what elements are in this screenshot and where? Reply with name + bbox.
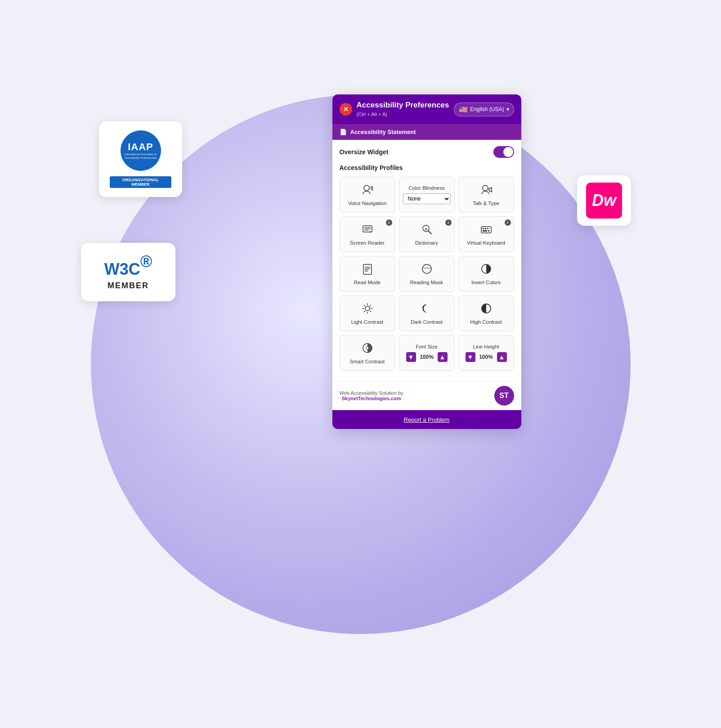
read-mode-label: Read Mode <box>354 280 381 285</box>
font-size-cell: Font Size ▼ 100% ▲ <box>399 335 455 371</box>
oversize-toggle[interactable] <box>493 146 514 158</box>
header-title-block: Accessibility Preferences (Ctrl + Alt + … <box>357 101 449 118</box>
chevron-down-icon: ▾ <box>506 106 509 112</box>
line-height-cell: Line Height ▼ 100% ▲ <box>458 335 514 371</box>
svg-line-29 <box>370 311 371 312</box>
dw-text: Dw <box>592 191 616 210</box>
w3c-registered: ® <box>140 252 152 271</box>
virtual-keyboard-info-icon: i <box>505 219 511 226</box>
color-blindness-label: Color Blindness <box>408 185 445 191</box>
smart-contrast-cell[interactable]: Smart Contrast <box>340 335 395 371</box>
line-height-label: Line Height <box>473 344 499 349</box>
reading-mask-icon <box>421 263 433 277</box>
invert-colors-label: Invert Colors <box>471 280 501 285</box>
dark-contrast-cell[interactable]: Dark Contrast <box>399 295 455 331</box>
read-mode-cell[interactable]: Read Mode <box>340 256 395 292</box>
reading-mask-label: Reading Mask <box>410 280 443 285</box>
footer-line2[interactable]: SkynetTechnologies.com <box>340 396 403 401</box>
widget-footer: Web Accessibility Solution by SkynetTech… <box>332 381 521 410</box>
skynet-logo-text: ST <box>499 392 508 400</box>
footer-line1: Web Accessibility Solution by <box>340 390 403 396</box>
oversize-row: Oversize Widget <box>340 146 514 158</box>
oversize-label: Oversize Widget <box>340 148 389 156</box>
language-label: English (USA) <box>470 106 504 112</box>
svg-line-30 <box>370 305 371 306</box>
profiles-label: Accessibility Profiles <box>340 164 514 171</box>
svg-point-1 <box>483 185 488 191</box>
screen-reader-icon <box>361 223 374 237</box>
high-contrast-label: High Contrast <box>470 319 502 325</box>
svg-rect-16 <box>363 264 372 274</box>
virtual-keyboard-cell[interactable]: i Virtual Keyboard <box>458 216 514 252</box>
light-contrast-label: Light Contrast <box>351 319 384 325</box>
talk-and-type-label: Talk & Type <box>473 201 499 206</box>
iaap-badge: IAAP International Association of Access… <box>99 121 182 197</box>
flag-icon: 🇺🇸 <box>459 105 468 114</box>
dark-contrast-icon <box>421 302 433 317</box>
row-4: Light Contrast Dark Contrast <box>340 295 514 331</box>
screen-reader-info-icon: i <box>386 219 392 226</box>
svg-rect-11 <box>483 228 484 229</box>
font-size-controls: ▼ 100% ▲ <box>406 352 448 362</box>
svg-rect-13 <box>487 228 488 229</box>
svg-point-23 <box>365 306 370 311</box>
widget-panel: ✕ Accessibility Preferences (Ctrl + Alt … <box>332 94 521 429</box>
report-bar[interactable]: Report a Problem <box>332 410 521 429</box>
talk-and-type-cell[interactable]: Talk & Type <box>458 177 514 213</box>
footer-text-block: Web Accessibility Solution by SkynetTech… <box>340 390 403 401</box>
svg-point-35 <box>366 347 369 349</box>
dark-contrast-label: Dark Contrast <box>411 319 443 325</box>
svg-line-8 <box>428 231 431 234</box>
read-mode-icon <box>361 263 374 277</box>
svg-rect-10 <box>481 227 491 233</box>
smart-contrast-icon <box>361 342 374 356</box>
font-size-decrement[interactable]: ▼ <box>406 352 416 362</box>
light-contrast-cell[interactable]: Light Contrast <box>340 295 395 331</box>
language-button[interactable]: 🇺🇸 English (USA) ▾ <box>454 103 514 116</box>
svg-line-31 <box>364 311 365 312</box>
svg-rect-12 <box>485 228 486 229</box>
svg-point-0 <box>364 185 369 191</box>
screen-reader-label: Screen Reader <box>350 240 385 246</box>
font-size-increment[interactable]: ▲ <box>438 352 448 362</box>
color-blindness-select[interactable]: None Protanopia Deuteranopia Tritanopia <box>403 193 451 204</box>
w3c-logo: W3C® <box>94 254 163 278</box>
voice-navigation-cell[interactable]: Voice Navigation <box>340 177 395 213</box>
widget-header: ✕ Accessibility Preferences (Ctrl + Alt … <box>332 94 521 124</box>
reading-mask-cell[interactable]: Reading Mask <box>399 256 455 292</box>
row-3: Read Mode Reading Mask <box>340 256 514 292</box>
high-contrast-icon <box>480 302 493 317</box>
dw-icon: Dw <box>586 183 622 219</box>
high-contrast-cell[interactable]: High Contrast <box>458 295 514 331</box>
color-blindness-cell: Color Blindness None Protanopia Deuteran… <box>399 177 455 213</box>
widget-body: Oversize Widget Accessibility Profiles V… <box>332 140 521 381</box>
svg-text:A: A <box>425 227 427 231</box>
row-5: Smart Contrast Font Size ▼ 100% ▲ Line H… <box>340 335 514 371</box>
smart-contrast-label: Smart Contrast <box>350 359 385 364</box>
footer-link[interactable]: SkynetTechnologies.com <box>342 396 401 401</box>
virtual-keyboard-icon <box>480 223 493 237</box>
statement-label: Accessibility Statement <box>350 129 416 135</box>
light-contrast-icon <box>361 302 374 317</box>
statement-icon: 📄 <box>340 129 347 135</box>
footer-text-line1: Web Accessibility Solution by <box>340 390 403 396</box>
close-button[interactable]: ✕ <box>340 103 352 116</box>
line-height-decrement[interactable]: ▼ <box>466 352 475 362</box>
header-title-shortcut: (Ctrl + Alt + A) <box>357 112 387 117</box>
iaap-circle: IAAP International Association of Access… <box>121 130 161 171</box>
w3c-badge: W3C® MEMBER <box>81 243 175 301</box>
iaap-title: IAAP <box>128 141 153 153</box>
line-height-increment[interactable]: ▲ <box>497 352 507 362</box>
dictionary-icon: A <box>421 223 433 237</box>
report-link[interactable]: Report a Problem <box>404 416 450 423</box>
voice-navigation-icon <box>361 183 374 198</box>
accessibility-statement-bar[interactable]: 📄 Accessibility Statement <box>332 124 521 140</box>
svg-line-28 <box>364 305 365 306</box>
screen-reader-cell[interactable]: i Screen Reader <box>340 216 395 252</box>
dictionary-cell[interactable]: i A Dictionary <box>399 216 455 252</box>
header-title-main: Accessibility Preferences <box>357 101 449 110</box>
invert-colors-cell[interactable]: Invert Colors <box>458 256 514 292</box>
row-2: i Screen Reader i <box>340 216 514 252</box>
font-size-label: Font Size <box>416 344 438 349</box>
skynet-logo: ST <box>494 386 514 406</box>
